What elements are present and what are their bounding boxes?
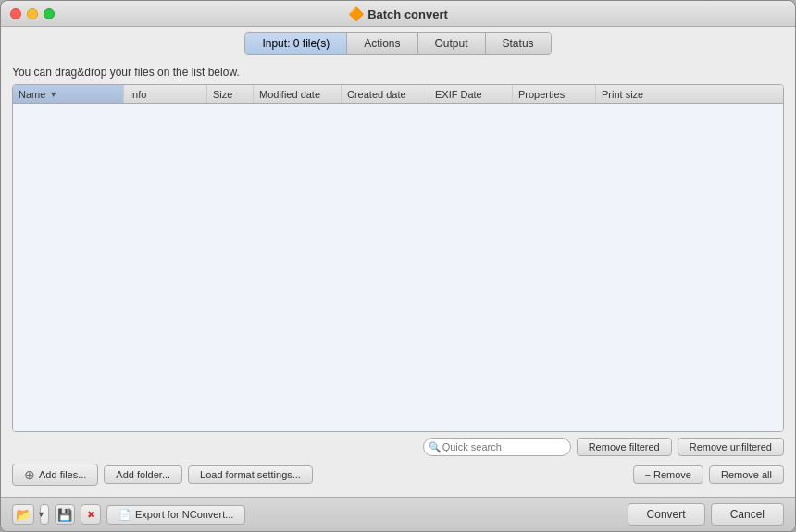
minimize-button[interactable] <box>27 8 38 19</box>
search-input[interactable] <box>423 438 571 456</box>
tab-actions[interactable]: Actions <box>347 33 417 54</box>
col-header-exif[interactable]: EXIF Date <box>429 85 513 103</box>
search-icon: 🔍 <box>429 441 442 453</box>
remove-filtered-button[interactable]: Remove filtered <box>577 438 672 456</box>
col-header-info[interactable]: Info <box>124 85 207 103</box>
file-list-header: Name ▼ Info Size Modified date Created d… <box>13 85 783 104</box>
col-header-size[interactable]: Size <box>207 85 254 103</box>
sort-arrow-icon: ▼ <box>49 90 57 99</box>
search-wrapper: 🔍 <box>423 438 571 456</box>
preset-select[interactable] <box>40 504 49 525</box>
remove-all-button[interactable]: Remove all <box>709 465 784 484</box>
add-files-button[interactable]: ⊕ Add files... <box>12 464 98 486</box>
convert-button[interactable]: Convert <box>628 503 705 526</box>
remove-button[interactable]: −Remove <box>633 465 703 484</box>
folder-open-icon: 📂 <box>16 507 31 522</box>
search-filter-row: 🔍 Remove filtered Remove unfiltered <box>12 432 784 460</box>
add-files-icon: ⊕ <box>24 467 35 482</box>
file-list-body[interactable] <box>13 104 783 431</box>
col-header-properties[interactable]: Properties <box>513 85 596 103</box>
col-header-created[interactable]: Created date <box>342 85 429 103</box>
titlebar: 🔶Batch convert <box>1 1 795 27</box>
tab-output[interactable]: Output <box>418 33 486 54</box>
open-folder-button[interactable]: 📂 <box>12 504 34 525</box>
drag-hint-text: You can drag&drop your files on the list… <box>12 66 784 79</box>
file-list-container: Name ▼ Info Size Modified date Created d… <box>12 84 784 432</box>
tab-input[interactable]: Input: 0 file(s) <box>245 33 347 54</box>
remove-unfiltered-button[interactable]: Remove unfiltered <box>678 438 784 456</box>
preset-select-wrapper: ▼ <box>40 504 49 525</box>
close-button[interactable] <box>10 8 21 19</box>
export-icon: 📄 <box>118 509 131 521</box>
window-icon: 🔶 <box>348 6 364 21</box>
tabs-container: Input: 0 file(s) Actions Output Status <box>244 32 551 55</box>
footer: 📂 ▼ 💾 ✖ 📄 Export for NConvert... Convert… <box>1 497 795 531</box>
load-format-button[interactable]: Load format settings... <box>188 465 313 484</box>
main-window: 🔶Batch convert Input: 0 file(s) Actions … <box>0 0 796 532</box>
export-button[interactable]: 📄 Export for NConvert... <box>106 505 245 525</box>
col-header-printsize[interactable]: Print size <box>596 85 783 103</box>
window-title: 🔶Batch convert <box>348 6 448 21</box>
col-header-name[interactable]: Name ▼ <box>13 85 124 103</box>
main-content: You can drag&drop your files on the list… <box>1 58 795 497</box>
cancel-button[interactable]: Cancel <box>711 503 784 526</box>
add-folder-button[interactable]: Add folder... <box>104 465 182 484</box>
save-icon: 💾 <box>57 508 72 522</box>
delete-icon: ✖ <box>87 509 95 521</box>
tab-status[interactable]: Status <box>486 33 551 54</box>
col-header-modified[interactable]: Modified date <box>254 85 342 103</box>
remove-minus-icon: − <box>645 469 651 480</box>
delete-preset-button[interactable]: ✖ <box>81 504 101 525</box>
save-preset-button[interactable]: 💾 <box>55 504 75 525</box>
tabbar: Input: 0 file(s) Actions Output Status <box>1 27 795 58</box>
bottom-buttons: ⊕ Add files... Add folder... Load format… <box>12 460 784 491</box>
traffic-lights <box>10 8 55 19</box>
maximize-button[interactable] <box>44 8 55 19</box>
